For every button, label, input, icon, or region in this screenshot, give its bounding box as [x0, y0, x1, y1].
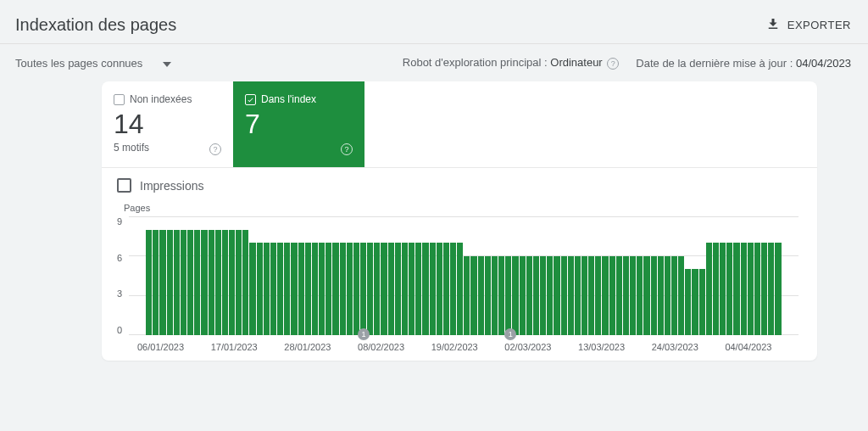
bar[interactable]: [464, 256, 470, 335]
bar[interactable]: [229, 230, 235, 335]
bar[interactable]: [505, 256, 511, 335]
bar[interactable]: [733, 243, 739, 335]
bar[interactable]: [222, 230, 228, 335]
bar[interactable]: [609, 256, 615, 335]
bar[interactable]: [388, 243, 394, 335]
bar[interactable]: [540, 256, 546, 335]
bar[interactable]: [741, 243, 747, 335]
bar[interactable]: [153, 230, 159, 335]
bar[interactable]: [353, 243, 359, 335]
bar[interactable]: [478, 256, 484, 335]
bar[interactable]: [754, 243, 760, 335]
bar[interactable]: [277, 243, 283, 335]
help-icon[interactable]: ?: [209, 143, 221, 155]
bar[interactable]: [409, 243, 415, 335]
impressions-checkbox[interactable]: [117, 178, 131, 193]
bar[interactable]: [485, 256, 491, 335]
bar[interactable]: [706, 243, 712, 335]
export-button[interactable]: EXPORTER: [765, 16, 851, 34]
tab-non-indexed[interactable]: Non indexées 14 5 motifs ?: [102, 81, 233, 167]
bar[interactable]: [257, 243, 263, 335]
bar[interactable]: [167, 230, 173, 335]
bar[interactable]: [347, 243, 353, 335]
bar[interactable]: [498, 256, 504, 335]
bar[interactable]: [685, 269, 691, 335]
bar[interactable]: [249, 243, 255, 335]
bar[interactable]: [332, 243, 338, 335]
bar[interactable]: [726, 243, 732, 335]
tab-indexed[interactable]: Dans l'index 7 ?: [233, 81, 364, 167]
bar[interactable]: [748, 243, 754, 335]
bar[interactable]: [630, 256, 636, 335]
bar[interactable]: [305, 243, 311, 335]
filter-dropdown[interactable]: Toutes les pages connues: [15, 57, 171, 70]
bar[interactable]: [637, 256, 643, 335]
bar[interactable]: [340, 243, 346, 335]
bar[interactable]: [215, 230, 221, 335]
bar[interactable]: [270, 243, 276, 335]
bar[interactable]: [547, 256, 553, 335]
bar[interactable]: [284, 243, 290, 335]
bar[interactable]: [692, 269, 698, 335]
bar[interactable]: [437, 243, 442, 335]
bar[interactable]: [174, 230, 180, 335]
bar[interactable]: [470, 256, 476, 335]
bar[interactable]: [146, 230, 152, 335]
bar[interactable]: [492, 256, 498, 335]
bar[interactable]: [643, 256, 649, 335]
bar[interactable]: [367, 243, 373, 335]
bar[interactable]: [671, 256, 677, 335]
bar[interactable]: [561, 256, 567, 335]
bar[interactable]: [395, 243, 401, 335]
bar[interactable]: [775, 243, 781, 335]
bar[interactable]: [430, 243, 436, 335]
bar[interactable]: [602, 256, 608, 335]
bar[interactable]: [242, 230, 248, 335]
bar[interactable]: [699, 269, 705, 335]
bar[interactable]: [761, 243, 767, 335]
bar[interactable]: [526, 256, 532, 335]
bar[interactable]: [623, 256, 629, 335]
bar[interactable]: [415, 243, 421, 335]
bar[interactable]: [326, 243, 331, 335]
bar[interactable]: [264, 243, 270, 335]
bar[interactable]: [374, 243, 380, 335]
bar[interactable]: [533, 256, 539, 335]
bar[interactable]: [581, 256, 587, 335]
bar[interactable]: [665, 256, 670, 335]
bar[interactable]: [575, 256, 581, 335]
bar[interactable]: [595, 256, 601, 335]
bar[interactable]: [678, 256, 684, 335]
bar[interactable]: [450, 243, 456, 335]
bar[interactable]: [720, 243, 726, 335]
bar[interactable]: [402, 243, 408, 335]
bar[interactable]: [319, 243, 325, 335]
bar[interactable]: [194, 230, 200, 335]
bar[interactable]: [291, 243, 297, 335]
help-icon[interactable]: ?: [607, 58, 619, 70]
bar[interactable]: [312, 243, 318, 335]
bar[interactable]: [201, 230, 207, 335]
bar[interactable]: [554, 256, 559, 335]
bar[interactable]: [298, 243, 304, 335]
event-marker-icon[interactable]: 1: [504, 328, 516, 340]
bar[interactable]: [159, 230, 165, 335]
bar[interactable]: [381, 243, 387, 335]
bar[interactable]: [651, 256, 657, 335]
bar[interactable]: [360, 243, 366, 335]
event-marker-icon[interactable]: 1: [358, 328, 370, 340]
bar[interactable]: [181, 230, 186, 335]
bar[interactable]: [443, 243, 449, 335]
bar[interactable]: [209, 230, 214, 335]
bar[interactable]: [616, 256, 622, 335]
bar[interactable]: [512, 256, 518, 335]
bar[interactable]: [457, 243, 463, 335]
bar[interactable]: [768, 243, 774, 335]
bar[interactable]: [236, 230, 242, 335]
bar[interactable]: [187, 230, 193, 335]
bar[interactable]: [713, 243, 719, 335]
bar[interactable]: [520, 256, 526, 335]
bar[interactable]: [588, 256, 594, 335]
bar[interactable]: [658, 256, 664, 335]
help-icon[interactable]: ?: [341, 143, 353, 155]
